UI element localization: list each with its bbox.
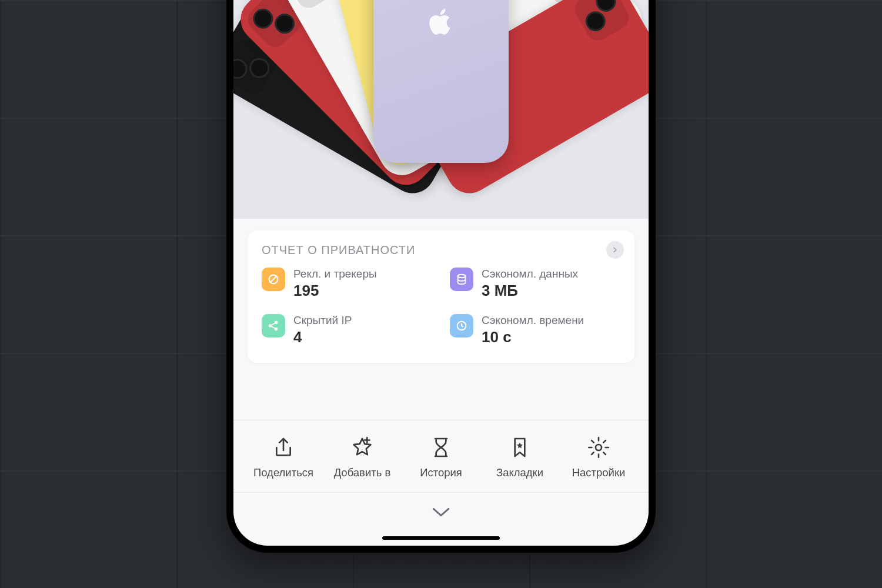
star-add-icon bbox=[350, 436, 374, 459]
stat-hidden-ip: Скрытий IP 4 bbox=[262, 314, 432, 346]
phone-frame: ОТЧЕТ О ПРИВАТНОСТИ Рекл. и трекеры 195 bbox=[226, 0, 656, 553]
stat-label: Рекл. и трекеры bbox=[293, 268, 377, 280]
gear-icon bbox=[587, 436, 610, 459]
toolbar-label: Добавить в bbox=[334, 466, 391, 479]
svg-line-7 bbox=[272, 326, 275, 328]
share-icon bbox=[272, 436, 295, 459]
stat-ads-trackers: Рекл. и трекеры 195 bbox=[262, 268, 432, 300]
stat-label: Скрытий IP bbox=[293, 314, 352, 327]
svg-line-1 bbox=[270, 276, 277, 283]
collapse-button[interactable] bbox=[233, 496, 649, 528]
toolbar-label: Закладки bbox=[496, 466, 543, 479]
block-icon bbox=[262, 268, 285, 291]
home-indicator[interactable] bbox=[382, 536, 500, 540]
stat-time-saved: Сэкономл. времени 10 с bbox=[450, 314, 620, 346]
chevron-right-icon[interactable] bbox=[606, 241, 624, 259]
stat-value: 4 bbox=[293, 328, 352, 346]
stat-value: 195 bbox=[293, 282, 377, 300]
phone-screen: ОТЧЕТ О ПРИВАТНОСТИ Рекл. и трекеры 195 bbox=[233, 0, 649, 546]
clock-icon bbox=[450, 314, 473, 338]
toolbar-label: Поделиться bbox=[253, 466, 313, 479]
svg-point-9 bbox=[596, 445, 602, 450]
add-to-button[interactable]: Добавить в bbox=[330, 436, 395, 479]
toolbar: Поделиться Добавить в История Закладки Н… bbox=[233, 420, 649, 493]
stat-label: Сэкономл. времени bbox=[482, 314, 584, 327]
phone-card-purple bbox=[373, 0, 509, 163]
bookmarks-button[interactable]: Закладки bbox=[487, 436, 552, 479]
privacy-report-card[interactable]: ОТЧЕТ О ПРИВАТНОСТИ Рекл. и трекеры 195 bbox=[248, 230, 634, 363]
stat-data-saved: Сэкономл. данных 3 МБ bbox=[450, 268, 620, 300]
hero-image bbox=[233, 0, 649, 219]
apple-logo-icon bbox=[427, 9, 455, 42]
settings-button[interactable]: Настройки bbox=[566, 436, 631, 479]
stat-value: 10 с bbox=[482, 328, 584, 346]
svg-point-2 bbox=[458, 275, 466, 278]
share-network-icon bbox=[262, 314, 285, 338]
report-title: ОТЧЕТ О ПРИВАТНОСТИ bbox=[262, 243, 620, 257]
toolbar-label: История bbox=[420, 466, 462, 479]
history-button[interactable]: История bbox=[409, 436, 473, 479]
bookmark-icon bbox=[508, 436, 532, 459]
stat-value: 3 МБ bbox=[482, 282, 578, 300]
chevron-down-icon bbox=[431, 506, 451, 519]
stat-label: Сэкономл. данных bbox=[482, 268, 578, 280]
share-button[interactable]: Поделиться bbox=[251, 436, 316, 479]
toolbar-label: Настройки bbox=[572, 466, 626, 479]
hourglass-icon bbox=[429, 436, 453, 459]
svg-line-6 bbox=[272, 323, 275, 325]
database-icon bbox=[450, 268, 473, 291]
